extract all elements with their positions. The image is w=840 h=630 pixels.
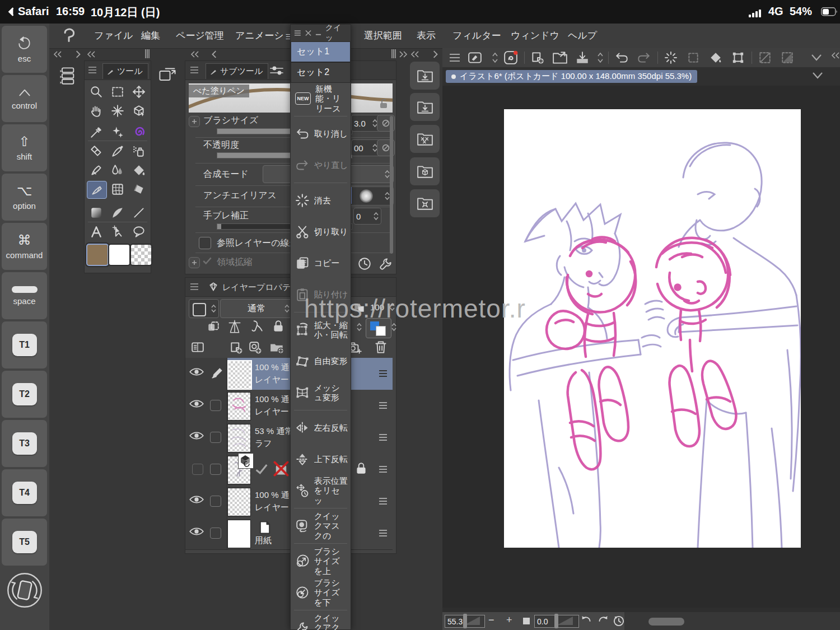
expand-area-scaling-icon[interactable] bbox=[189, 257, 200, 268]
layer-drag-handle[interactable] bbox=[378, 465, 388, 475]
quick-item-free-transform[interactable]: 自由変形 bbox=[291, 346, 351, 377]
layer-list-view-icon[interactable] bbox=[191, 340, 204, 354]
tool-liquify[interactable] bbox=[108, 181, 127, 198]
tool-line[interactable] bbox=[129, 204, 148, 221]
tool-property-settings-icon[interactable] bbox=[269, 65, 284, 76]
key-option[interactable]: ⌥ option bbox=[2, 174, 47, 221]
quick-item-quick-access-settings[interactable]: クイックアクセス bbox=[291, 612, 351, 630]
rotate-device-button[interactable] bbox=[6, 571, 44, 609]
save-file-icon[interactable] bbox=[575, 50, 590, 65]
float-window-icon[interactable] bbox=[158, 67, 177, 84]
rotation-slider-handle[interactable] bbox=[554, 614, 558, 628]
canvas-artwork[interactable] bbox=[504, 109, 801, 548]
canvas-tab[interactable]: イラスト6* (ポストカード 100.00 x 148.00mm 350dpi … bbox=[446, 70, 697, 83]
quick-item-brush-size-down[interactable]: ブラシサイズを下 bbox=[291, 577, 351, 608]
quick-item-copy[interactable]: コピー bbox=[291, 248, 351, 279]
draft-excluded-icon[interactable] bbox=[273, 460, 290, 477]
tab-subtool[interactable]: サブツール bbox=[206, 63, 268, 79]
layer-thumbnail[interactable] bbox=[227, 424, 251, 452]
layer-thumbnail[interactable] bbox=[227, 488, 251, 516]
tab-list-chevron[interactable] bbox=[812, 72, 823, 82]
layer-checkbox[interactable] bbox=[210, 464, 221, 475]
collapse-right-dock-icon[interactable] bbox=[828, 48, 840, 63]
undo-icon[interactable] bbox=[614, 50, 629, 65]
material-folder-image[interactable] bbox=[410, 189, 440, 217]
tool-balloon[interactable] bbox=[129, 223, 148, 240]
quick-item-reset-view-position[interactable]: 表示位置をリセッ bbox=[291, 475, 351, 506]
brush-size-value[interactable]: 3.0 bbox=[351, 115, 380, 132]
new-vector-layer-icon[interactable] bbox=[248, 340, 263, 355]
tool-color-blend[interactable] bbox=[108, 162, 127, 179]
layer-row-1[interactable]: 100 % 通 レイヤー bbox=[185, 358, 393, 390]
area-scaling-check-icon[interactable] bbox=[202, 256, 212, 268]
collapse-left-icon[interactable] bbox=[410, 50, 419, 60]
expand-right-icon[interactable] bbox=[399, 50, 408, 60]
key-esc[interactable]: esc bbox=[2, 26, 47, 73]
collapse-chevron-icon[interactable] bbox=[212, 50, 217, 60]
rotate-right-button[interactable] bbox=[597, 615, 609, 627]
tool-decoration[interactable] bbox=[108, 124, 127, 141]
layer-check-icon[interactable] bbox=[255, 463, 268, 478]
tool-blend-spiral[interactable] bbox=[129, 124, 148, 141]
tab-layer-property[interactable]: レイヤープロパティ bbox=[222, 282, 300, 293]
menu-animation[interactable]: アニメーショ bbox=[235, 29, 293, 42]
tool-auto-select[interactable] bbox=[108, 102, 127, 119]
main-color-swatch[interactable] bbox=[86, 244, 109, 266]
advanced-settings-wrench-icon[interactable] bbox=[379, 256, 393, 271]
invert-selection-icon[interactable] bbox=[757, 50, 773, 65]
deselect-icon[interactable] bbox=[685, 50, 701, 65]
touch-gesture-toggle[interactable] bbox=[467, 50, 483, 65]
quick-item-clear[interactable]: 消去 bbox=[291, 185, 351, 216]
transparent-color-swatch[interactable] bbox=[130, 244, 152, 266]
quick-item-undo[interactable]: 取り消し bbox=[291, 118, 351, 150]
antialias-selector[interactable] bbox=[347, 186, 394, 206]
zoom-100-button[interactable] bbox=[523, 618, 530, 624]
material-folder-download-1[interactable] bbox=[410, 62, 440, 90]
panel-drag-handle[interactable] bbox=[144, 49, 150, 60]
layer-row-paper[interactable]: 用紙 bbox=[185, 517, 393, 550]
toolbar-updown-chevrons[interactable] bbox=[487, 50, 503, 65]
key-command[interactable]: ⌘ command bbox=[2, 223, 47, 270]
tool-tone-mesh[interactable] bbox=[87, 143, 106, 160]
new-folder-icon[interactable] bbox=[269, 340, 285, 355]
layer-drag-handle[interactable] bbox=[378, 370, 388, 380]
tool-object[interactable] bbox=[129, 102, 148, 119]
tab-set-1[interactable]: セット1 bbox=[291, 41, 351, 62]
menu-edit[interactable]: 編集 bbox=[141, 29, 160, 42]
key-t1[interactable]: T1 bbox=[2, 321, 47, 368]
tool-eyedropper[interactable] bbox=[87, 124, 106, 141]
clear-icon[interactable] bbox=[663, 50, 679, 65]
zoom-out-button[interactable]: − bbox=[488, 614, 494, 626]
menu-page[interactable]: ページ管理 bbox=[176, 29, 224, 42]
layer-drag-handle[interactable] bbox=[378, 529, 388, 539]
tool-panel-menu-icon[interactable] bbox=[88, 66, 97, 77]
quick-item-mesh-transform[interactable]: メッシュ変形 bbox=[291, 377, 351, 408]
back-chevron-icon[interactable] bbox=[8, 6, 15, 19]
layer-thumbnail[interactable] bbox=[227, 520, 251, 548]
layer-checkbox[interactable] bbox=[210, 528, 221, 539]
expand-right-icon[interactable] bbox=[75, 50, 81, 60]
tool-zoom[interactable] bbox=[87, 83, 106, 100]
key-t3[interactable]: T3 bbox=[2, 420, 47, 467]
key-shift[interactable]: ⇧ shift bbox=[2, 124, 47, 171]
key-t2[interactable]: T2 bbox=[2, 371, 47, 418]
new-canvas-icon[interactable] bbox=[530, 50, 545, 65]
layer-thumbnail[interactable] bbox=[227, 360, 252, 390]
layer-checkbox[interactable] bbox=[210, 496, 221, 507]
horizontal-scrollbar[interactable] bbox=[648, 618, 684, 626]
collapse-commandbar-chevron[interactable] bbox=[809, 50, 824, 65]
layer-row-4[interactable] bbox=[185, 454, 393, 486]
minimize-icon[interactable] bbox=[315, 30, 321, 36]
tool-eraser[interactable] bbox=[129, 181, 148, 198]
layer-drag-handle[interactable] bbox=[378, 402, 388, 412]
layer-panel-menu-icon[interactable] bbox=[190, 282, 199, 293]
panel-menu-icon[interactable] bbox=[294, 30, 301, 36]
redo-icon[interactable] bbox=[636, 50, 652, 65]
palette-dock-icon[interactable] bbox=[58, 66, 76, 85]
fill-icon[interactable] bbox=[708, 50, 724, 65]
key-space[interactable]: space bbox=[2, 272, 47, 319]
layer-row-2[interactable]: 100 % 通 レイヤー bbox=[185, 390, 393, 422]
tool-figure-curve[interactable] bbox=[108, 204, 127, 221]
lock-icon[interactable] bbox=[272, 319, 285, 334]
collapse-left-icon[interactable] bbox=[53, 50, 62, 60]
